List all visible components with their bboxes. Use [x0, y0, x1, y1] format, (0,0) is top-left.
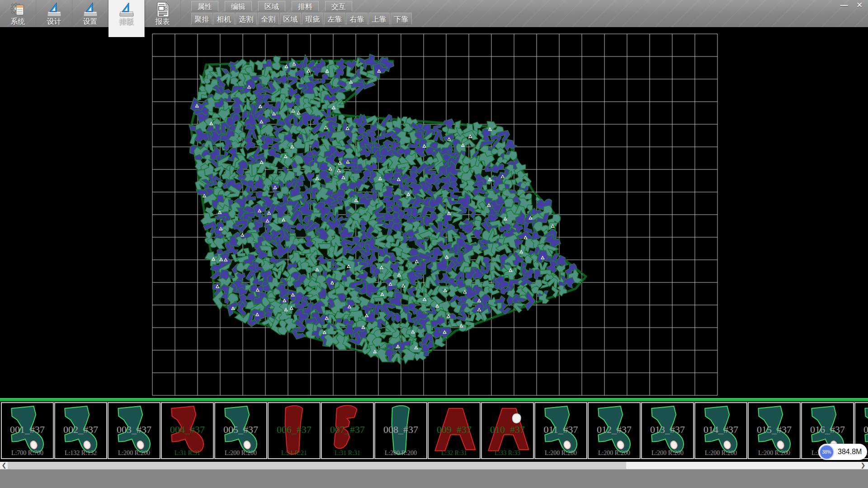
piece-lr-count: L:200 R:200 — [642, 450, 693, 457]
menu-area: 属性 编辑 区域 排料 交互 聚排 相机 选割 全割 区域 瑕疵 左靠 右靠 上… — [191, 0, 412, 25]
piece-lr-count: L:31 R:31 — [162, 450, 213, 457]
strip-top-border — [0, 398, 868, 400]
piece-name: 016_#37 — [802, 424, 853, 436]
piece-name: 002_#37 — [55, 424, 106, 436]
piece-lr-count: L:200 R:200 — [749, 450, 800, 457]
tool-button-row: 聚排 相机 选割 全割 区域 瑕疵 左靠 右靠 上靠 下靠 — [191, 13, 412, 25]
toolbar-item-label: 设计 — [47, 17, 61, 27]
piece-thumbnail[interactable]: 013_#37 L:200 R:200 — [641, 402, 694, 459]
piece-thumbnail[interactable]: 003_#37 L:200 R:200 — [108, 402, 160, 459]
piece-name: 015_#37 — [749, 424, 800, 436]
piece-name: 009_#37 — [429, 424, 480, 436]
piece-lr-count: L:132 R:132 — [55, 450, 106, 457]
menu-tab-region[interactable]: 区域 — [258, 1, 285, 11]
piece-thumbnail[interactable]: 015_#37 L:200 R:200 — [748, 402, 801, 459]
menu-tab-row: 属性 编辑 区域 排料 交互 — [191, 1, 412, 11]
piece-name: 004_#37 — [162, 424, 213, 436]
piece-name: 003_#37 — [108, 424, 160, 436]
piece-thumbnail[interactable]: 009_#37 L:32 R:31 — [428, 402, 481, 459]
minimize-button[interactable]: — — [837, 1, 851, 11]
toolbar-item-label: 报表 — [156, 17, 170, 27]
horizontal-scrollbar[interactable]: ❮ ❯ — [0, 462, 868, 469]
piece-name: 006_#37 — [269, 424, 320, 436]
tool-button-align-left[interactable]: 左靠 — [324, 13, 345, 25]
tool-button-defect[interactable]: 瑕疵 — [302, 13, 323, 25]
piece-thumbnail[interactable]: 010_#37 L:33 R:33 — [481, 402, 534, 459]
system-gear-icon — [10, 1, 26, 18]
piece-thumbnail[interactable]: 012_#37 L:200 R:200 — [588, 402, 641, 459]
piece-lr-count: L:200 R:200 — [108, 450, 160, 457]
piece-name: 013_#37 — [642, 424, 693, 436]
toolbar-item-system[interactable]: 系统 — [0, 0, 36, 27]
piece-thumbnail-strip: 001_#37 L:700 R:700 002_#37 L:132 R:132 … — [0, 398, 868, 462]
piece-name: 008_#37 — [375, 424, 426, 436]
report-doc-icon — [155, 1, 171, 18]
toolbar-item-settings[interactable]: 设置 — [72, 0, 108, 27]
piece-thumbnail[interactable]: 001_#37 L:700 R:700 — [1, 402, 54, 459]
menu-tab-properties[interactable]: 属性 — [191, 1, 218, 11]
piece-thumbnail[interactable]: 006_#37 L:21 R:21 — [268, 402, 321, 459]
scroll-right-arrow-icon[interactable]: ❯ — [859, 462, 867, 469]
scrollbar-thumb[interactable] — [8, 462, 626, 469]
tool-button-region[interactable]: 区域 — [280, 13, 301, 25]
window-controls: — ✕ — [837, 1, 866, 11]
piece-lr-count: L:31 R:31 — [322, 450, 373, 457]
toolbar-item-label: 设置 — [83, 17, 98, 27]
toolbar-item-report[interactable]: 报表 — [145, 0, 181, 27]
settings-ruler-icon — [82, 1, 99, 18]
piece-lr-count: L:200 R:200 — [215, 450, 266, 457]
tool-button-align-bottom[interactable]: 下靠 — [391, 13, 412, 25]
nesting-canvas[interactable] — [0, 27, 868, 398]
piece-lr-count: L:200 R:200 — [535, 450, 586, 457]
piece-lr-count: L:32 R:31 — [429, 450, 480, 457]
piece-thumbnail[interactable]: 008_#37 L:200 R:200 — [374, 402, 427, 459]
scroll-left-arrow-icon[interactable]: ❮ — [0, 462, 8, 469]
menu-tab-nesting[interactable]: 排料 — [292, 1, 319, 11]
piece-thumbnail[interactable]: 002_#37 L:132 R:132 — [54, 402, 107, 459]
tool-button-align-right[interactable]: 右靠 — [346, 13, 368, 25]
toolbar-item-label: 排版 — [119, 17, 134, 27]
tool-button-select-cut[interactable]: 选割 — [236, 13, 257, 25]
toolbar-item-nesting-active[interactable]: 排版 — [108, 0, 145, 37]
tool-button-cut-all[interactable]: 全割 — [258, 13, 279, 25]
strip-top-border-2 — [0, 400, 868, 401]
piece-name: 005_#37 — [215, 424, 266, 436]
piece-name: 017_#37 — [855, 424, 868, 436]
piece-thumbnail[interactable]: 005_#37 L:200 R:200 — [214, 402, 267, 459]
piece-name: 010_#37 — [482, 424, 533, 436]
tool-button-cluster-nest[interactable]: 聚排 — [191, 13, 212, 25]
piece-thumbnail-list: 001_#37 L:700 R:700 002_#37 L:132 R:132 … — [1, 402, 868, 459]
piece-name: 001_#37 — [2, 424, 53, 436]
toolbar-item-label: 系统 — [11, 17, 25, 27]
nesting-app-window: 系统 设计 — [0, 0, 868, 488]
piece-name: 012_#37 — [589, 424, 640, 436]
tool-button-align-top[interactable]: 上靠 — [368, 13, 390, 25]
piece-name: 014_#37 — [695, 424, 746, 436]
tool-button-camera[interactable]: 相机 — [213, 13, 235, 25]
piece-lr-count: L:700 R:700 — [2, 450, 53, 457]
design-ruler-icon — [46, 1, 62, 18]
progress-percent: 38% — [819, 445, 834, 460]
piece-lr-count: L:33 R:33 — [482, 450, 533, 457]
menu-tab-edit[interactable]: 编辑 — [225, 1, 252, 11]
app-toolbar: 系统 设计 — [0, 0, 181, 27]
piece-thumbnail[interactable]: 007_#37 L:31 R:31 — [321, 402, 374, 459]
piece-lr-count: L:200 R:200 — [375, 450, 426, 457]
toolbar-item-design[interactable]: 设计 — [36, 0, 72, 27]
menu-tab-interaction[interactable]: 交互 — [325, 1, 352, 11]
piece-lr-count: L:200 R:200 — [589, 450, 640, 457]
memory-usage-label: 384.8M — [838, 448, 862, 456]
piece-lr-count: L:21 R:21 — [269, 450, 320, 457]
nesting-ruler-icon — [118, 1, 135, 18]
titlebar: 系统 设计 — [0, 0, 868, 27]
close-button[interactable]: ✕ — [853, 1, 866, 11]
piece-name: 007_#37 — [322, 424, 373, 436]
piece-thumbnail[interactable]: 004_#37 L:31 R:31 — [161, 402, 214, 459]
piece-thumbnail[interactable]: 011_#37 L:200 R:200 — [534, 402, 587, 459]
piece-thumbnail[interactable]: 014_#37 L:200 R:200 — [694, 402, 747, 459]
progress-badge[interactable]: 38% 384.8M — [818, 444, 867, 460]
piece-lr-count: L:200 R:200 — [695, 450, 746, 457]
bottom-status-band — [0, 469, 868, 488]
piece-name: 011_#37 — [535, 424, 586, 436]
